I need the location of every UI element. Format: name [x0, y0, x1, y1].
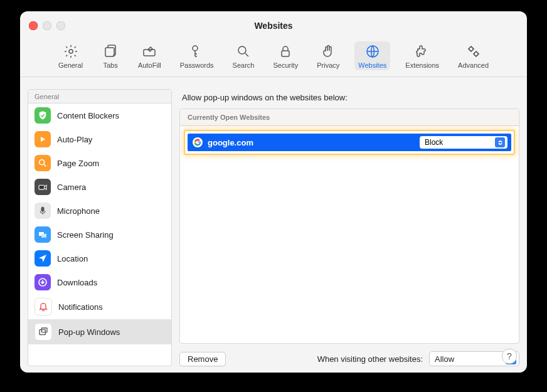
main-panel: Allow pop-up windows on the websites bel…	[179, 89, 519, 366]
preferences-toolbar: General Tabs AutoFill Passwords Search S…	[20, 40, 527, 77]
help-button[interactable]: ?	[502, 349, 517, 364]
sidebar-item-camera[interactable]: Camera	[28, 175, 171, 199]
gears-icon	[465, 44, 482, 59]
search-icon	[235, 44, 252, 59]
remove-button-label: Remove	[188, 354, 218, 364]
tab-privacy[interactable]: Privacy	[313, 41, 343, 70]
tab-label: Security	[273, 61, 298, 69]
website-policy-value: Block	[425, 138, 443, 147]
tab-advanced[interactable]: Advanced	[454, 41, 492, 70]
tab-websites[interactable]: Websites	[354, 41, 390, 70]
tab-search[interactable]: Search	[229, 41, 258, 70]
sidebar-item-label: Location	[57, 254, 88, 263]
main-panel-title: Allow pop-up windows on the websites bel…	[179, 89, 519, 109]
window-controls	[29, 21, 65, 30]
tab-label: Tabs	[103, 61, 117, 69]
sidebar-list: Content Blockers Auto-Play Page Zoom	[28, 103, 171, 366]
sidebar-item-label: Microphone	[57, 206, 100, 216]
websites-list-box: Currently Open Websites google.com Block	[179, 109, 519, 344]
tab-label: General	[58, 61, 83, 69]
lock-icon	[277, 44, 294, 59]
screens-icon	[35, 226, 51, 243]
sidebar-section-header: General	[28, 90, 171, 103]
tab-tabs[interactable]: Tabs	[98, 41, 123, 70]
svg-point-8	[474, 52, 478, 56]
tab-label: AutoFill	[138, 61, 161, 69]
key-icon	[188, 44, 206, 59]
location-icon	[35, 250, 51, 267]
sidebar-item-label: Notifications	[58, 302, 103, 312]
magnifier-icon	[35, 155, 51, 171]
tab-label: Extensions	[405, 61, 439, 69]
play-icon	[35, 131, 51, 147]
sidebar-item-label: Pop-up Windows	[58, 327, 120, 337]
sidebar-item-downloads[interactable]: Downloads	[28, 270, 171, 294]
titlebar: Websites	[20, 11, 527, 40]
svg-rect-16	[41, 328, 47, 332]
updown-chevron-icon	[495, 137, 505, 147]
microphone-icon	[35, 203, 51, 219]
svg-point-3	[193, 46, 198, 51]
gear-icon	[62, 44, 80, 59]
sidebar-item-label: Page Zoom	[57, 159, 99, 168]
website-name: google.com	[208, 138, 415, 147]
svg-rect-11	[41, 207, 44, 211]
default-policy-label: When visiting other websites:	[317, 354, 423, 364]
main-panel-footer: Remove When visiting other websites: All…	[179, 344, 519, 366]
svg-point-0	[69, 50, 73, 53]
tab-label: Websites	[358, 61, 386, 69]
sidebar-item-content-blockers[interactable]: Content Blockers	[28, 103, 171, 127]
svg-point-7	[469, 47, 473, 51]
tab-general[interactable]: General	[55, 41, 87, 70]
globe-icon	[364, 44, 381, 59]
question-mark-icon: ?	[507, 351, 512, 361]
settings-sidebar: General Content Blockers Auto-Play	[28, 89, 172, 366]
websites-section-header: Currently Open Websites	[180, 109, 519, 126]
shield-icon	[35, 107, 51, 124]
sidebar-item-label: Content Blockers	[57, 111, 119, 120]
svg-rect-13	[41, 234, 46, 238]
tab-passwords[interactable]: Passwords	[176, 41, 218, 70]
remove-button[interactable]: Remove	[179, 352, 226, 366]
tab-label: Privacy	[317, 61, 339, 69]
sidebar-item-auto-play[interactable]: Auto-Play	[28, 127, 171, 151]
tabs-icon	[102, 44, 119, 59]
sidebar-item-label: Screen Sharing	[57, 230, 114, 240]
svg-rect-5	[282, 51, 289, 56]
tab-label: Search	[233, 61, 255, 69]
tab-autofill[interactable]: AutoFill	[134, 41, 165, 70]
puzzle-icon	[413, 44, 431, 59]
sidebar-item-popup-windows[interactable]: Pop-up Windows	[28, 319, 171, 344]
camera-icon	[35, 179, 51, 195]
website-row[interactable]: google.com Block	[188, 134, 511, 151]
sidebar-item-notifications[interactable]: Notifications	[28, 294, 171, 319]
window-title: Websites	[254, 21, 292, 31]
sidebar-item-screen-sharing[interactable]: Screen Sharing	[28, 223, 171, 246]
tab-label: Passwords	[180, 61, 214, 69]
tab-security[interactable]: Security	[269, 41, 302, 70]
sidebar-item-label: Downloads	[57, 278, 97, 287]
tab-extensions[interactable]: Extensions	[401, 41, 443, 70]
svg-rect-1	[105, 48, 114, 56]
bell-icon	[35, 298, 52, 315]
preferences-window: Websites General Tabs AutoFill Passwords…	[20, 11, 527, 373]
svg-rect-10	[39, 185, 45, 189]
pencil-icon	[141, 44, 158, 59]
hand-icon	[319, 44, 337, 59]
sidebar-item-microphone[interactable]: Microphone	[28, 199, 171, 223]
minimize-window-button[interactable]	[43, 21, 51, 30]
popup-icon	[35, 323, 52, 341]
window-body: General Content Blockers Auto-Play	[20, 83, 527, 373]
svg-point-9	[40, 160, 45, 165]
default-policy-value: Allow	[435, 354, 454, 364]
tab-label: Advanced	[458, 61, 489, 69]
svg-point-4	[238, 46, 246, 54]
zoom-window-button[interactable]	[56, 21, 65, 30]
close-window-button[interactable]	[29, 21, 38, 30]
sidebar-item-location[interactable]: Location	[28, 246, 171, 270]
download-icon	[35, 274, 51, 290]
sidebar-item-label: Camera	[57, 183, 86, 192]
sidebar-item-page-zoom[interactable]: Page Zoom	[28, 151, 171, 175]
website-row-highlight: google.com Block	[184, 130, 515, 155]
website-policy-select[interactable]: Block	[420, 136, 507, 149]
